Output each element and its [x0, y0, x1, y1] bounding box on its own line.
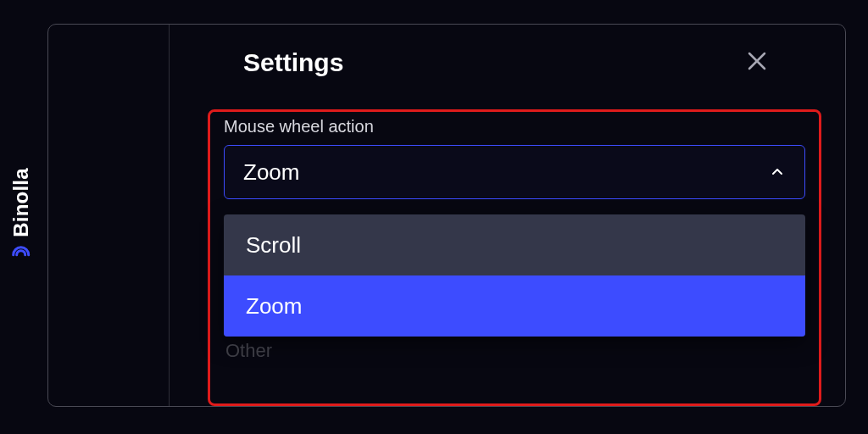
brand-icon [10, 244, 32, 266]
highlight-box: Mouse wheel action Zoom Scroll Zoom Othe… [208, 109, 821, 406]
close-icon [746, 50, 768, 75]
background-section-label: Other [224, 340, 805, 362]
brand-name: Binolla [9, 168, 33, 236]
main-panel: Settings Mouse wheel action Zoom [47, 24, 846, 407]
left-rail: Binolla [0, 0, 42, 434]
brand: Binolla [9, 168, 33, 265]
option-label: Scroll [246, 232, 301, 259]
settings-title: Settings [243, 48, 343, 77]
dropdown-list: Scroll Zoom [224, 214, 805, 337]
mouse-wheel-select[interactable]: Zoom [224, 145, 805, 199]
option-label: Zoom [246, 293, 302, 320]
chevron-up-icon [771, 165, 784, 179]
dropdown-option-scroll[interactable]: Scroll [224, 214, 805, 275]
dropdown-option-zoom[interactable]: Zoom [224, 275, 805, 337]
select-value: Zoom [243, 159, 299, 186]
settings-panel: Settings Mouse wheel action Zoom [208, 25, 784, 406]
settings-header: Settings [208, 25, 784, 94]
close-button[interactable] [743, 49, 771, 76]
mouse-wheel-label: Mouse wheel action [224, 117, 805, 136]
panel-divider [169, 25, 170, 406]
